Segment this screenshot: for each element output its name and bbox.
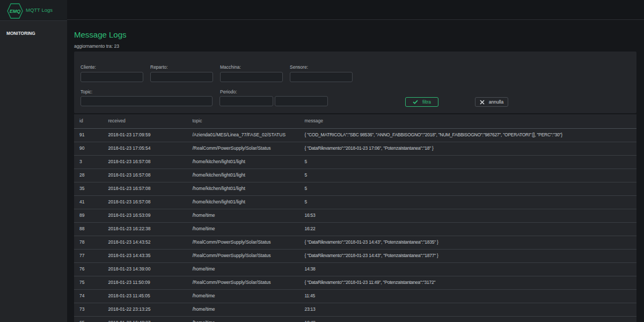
- svg-text:EMQ: EMQ: [10, 9, 21, 14]
